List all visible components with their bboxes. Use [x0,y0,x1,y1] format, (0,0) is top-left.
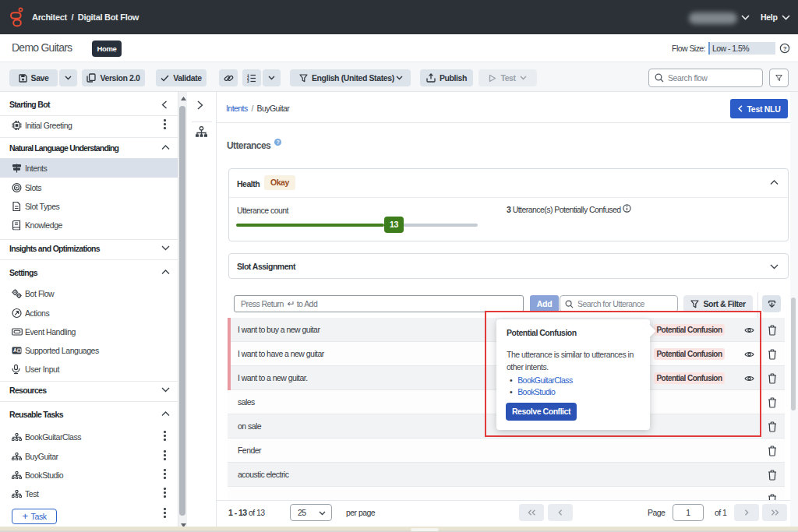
svg-text:?: ? [783,45,787,52]
svg-text:3: 3 [247,79,249,83]
svg-text:?: ? [277,139,280,145]
